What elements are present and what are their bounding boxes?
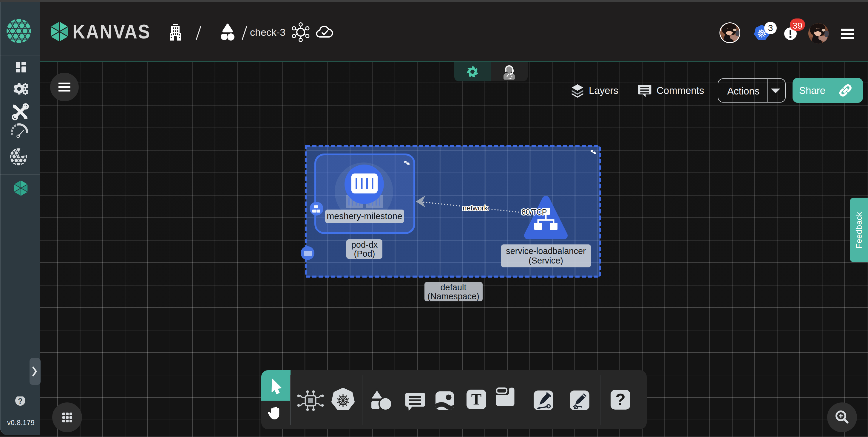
svg-text:3: 3 bbox=[768, 23, 773, 33]
svg-text:?: ? bbox=[18, 397, 23, 405]
svg-text:(Pod): (Pod) bbox=[354, 249, 375, 259]
svg-text:80/TCP: 80/TCP bbox=[522, 208, 547, 216]
svg-text:meshery-milestone: meshery-milestone bbox=[327, 211, 402, 221]
svg-text:(Service): (Service) bbox=[529, 256, 563, 265]
svg-text:pod-dx: pod-dx bbox=[351, 240, 378, 249]
svg-text:check-3: check-3 bbox=[250, 27, 285, 38]
svg-text:(Namespace): (Namespace) bbox=[428, 292, 479, 301]
svg-text:39: 39 bbox=[793, 21, 802, 30]
svg-text:?: ? bbox=[615, 390, 625, 409]
svg-text:T: T bbox=[471, 391, 482, 408]
svg-text:service-loadbalancer: service-loadbalancer bbox=[506, 246, 586, 256]
svg-text:default: default bbox=[440, 282, 466, 292]
svg-text:network: network bbox=[463, 204, 488, 212]
